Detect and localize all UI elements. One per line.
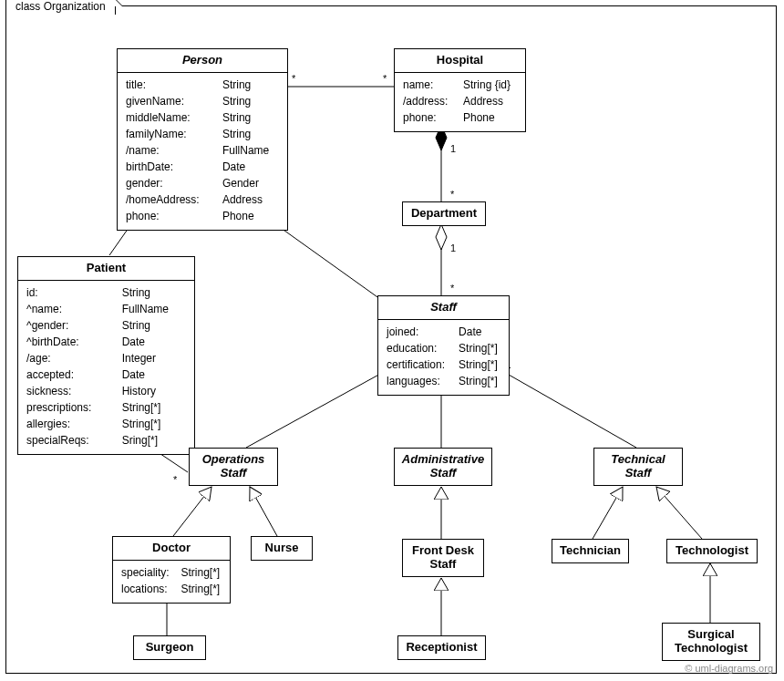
class-hospital-title: Hospital: [395, 49, 525, 73]
class-person-title: Person: [118, 49, 287, 73]
class-administrative-staff: AdministrativeStaff: [394, 448, 492, 486]
class-surgeon: Surgeon: [133, 635, 206, 660]
class-technician: Technician: [552, 539, 629, 563]
class-operations-staff: OperationsStaff: [189, 448, 278, 486]
class-surgical-technologist: SurgicalTechnologist: [662, 623, 760, 661]
class-technologist-title: Technologist: [667, 540, 757, 562]
class-staff-attrs: joined:Dateeducation:String[*]certificat…: [378, 320, 509, 395]
class-ops-title: OperationsStaff: [190, 449, 277, 485]
class-patient: Patient id:String^name:FullName^gender:S…: [17, 256, 195, 455]
class-department: Department: [402, 201, 486, 226]
mult-hosp-dept-bot: *: [450, 189, 454, 200]
class-technician-title: Technician: [552, 540, 628, 562]
class-frontdesk-staff: Front DeskStaff: [402, 539, 484, 577]
class-person-attrs: title:StringgivenName:StringmiddleName:S…: [118, 73, 287, 230]
class-technical-staff: TechnicalStaff: [593, 448, 683, 486]
mult-hosp-dept-top: 1: [450, 143, 456, 154]
class-patient-title: Patient: [18, 257, 194, 281]
mult-dept-staff-bot: *: [450, 283, 454, 294]
class-surgtech-title: SurgicalTechnologist: [663, 624, 759, 660]
class-receptionist-title: Receptionist: [398, 636, 485, 659]
class-hospital: Hospital name:String {id}/address:Addres…: [394, 48, 526, 132]
class-doctor-attrs: speciality:String[*]locations:String[*]: [113, 561, 230, 603]
class-department-title: Department: [403, 202, 485, 225]
class-doctor: Doctor speciality:String[*]locations:Str…: [112, 536, 231, 604]
class-tech-title: TechnicalStaff: [594, 449, 682, 485]
frame-label-tab: class Organization: [5, 0, 116, 15]
footer-credit: © uml-diagrams.org: [685, 663, 773, 674]
class-patient-attrs: id:String^name:FullName^gender:String^bi…: [18, 281, 194, 454]
mult-person-right: *: [383, 73, 387, 84]
class-nurse-title: Nurse: [252, 537, 312, 560]
class-fds-title: Front DeskStaff: [403, 540, 483, 576]
class-staff-title: Staff: [378, 296, 509, 320]
class-admin-title: AdministrativeStaff: [395, 449, 491, 485]
class-person: Person title:StringgivenName:Stringmiddl…: [117, 48, 288, 231]
class-receptionist: Receptionist: [397, 635, 486, 660]
class-surgeon-title: Surgeon: [134, 636, 205, 659]
diagram-stage: class Organization: [0, 0, 784, 681]
mult-dept-staff-top: 1: [450, 242, 456, 253]
mult-patient-ops-bot: *: [173, 474, 177, 485]
class-staff: Staff joined:Dateeducation:String[*]cert…: [377, 295, 510, 396]
class-technologist: Technologist: [666, 539, 758, 563]
class-nurse: Nurse: [251, 536, 313, 561]
class-doctor-title: Doctor: [113, 537, 230, 561]
class-hospital-attrs: name:String {id}/address:Addressphone:Ph…: [395, 73, 525, 131]
mult-person-left: *: [292, 73, 295, 84]
frame-label: class Organization: [15, 0, 106, 13]
